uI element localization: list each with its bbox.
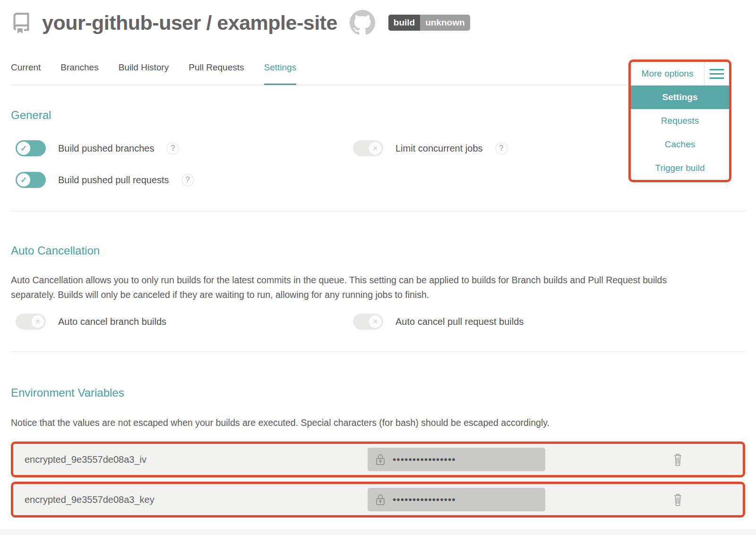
environment-variables-notice: Notice that the values are not escaped w… (11, 416, 745, 430)
help-icon[interactable]: ? (181, 174, 194, 187)
toggle-row-build-pushed-pull-requests: ✓ Build pushed pull requests ? (11, 172, 348, 188)
menu-item-settings[interactable]: Settings (631, 85, 729, 109)
help-icon[interactable]: ? (495, 142, 508, 155)
build-pushed-pull-requests-toggle[interactable]: ✓ (16, 172, 46, 188)
help-icon[interactable]: ? (166, 142, 179, 155)
env-var-row-key: encrypted_9e3557de08a3_key •••••••••••••… (11, 482, 745, 518)
env-var-row-iv: encrypted_9e3557de08a3_iv ••••••••••••••… (11, 442, 745, 477)
toggle-cross-icon: ✕ (369, 142, 382, 155)
environment-variables-section-title: Environment Variables (11, 386, 745, 400)
environment-variables-list: encrypted_9e3557de08a3_iv ••••••••••••••… (11, 442, 745, 518)
toggle-label: Auto cancel pull request builds (395, 316, 524, 327)
tab-build-history[interactable]: Build History (119, 59, 169, 85)
repo-settings-page: your-github-user / example-site build un… (0, 0, 756, 535)
limit-concurrent-jobs-toggle[interactable]: ✕ (353, 140, 383, 156)
build-pushed-branches-toggle[interactable]: ✓ (16, 140, 46, 156)
hamburger-icon[interactable] (704, 62, 729, 85)
tab-settings[interactable]: Settings (264, 59, 297, 85)
repo-book-icon (11, 11, 32, 35)
toggle-row-auto-cancel-pull-request-builds: ✕ Auto cancel pull request builds (348, 314, 745, 330)
toggle-cross-icon: ✕ (369, 315, 382, 328)
env-var-value-field: •••••••••••••••• (368, 488, 545, 511)
next-section-edge (0, 529, 756, 535)
auto-cancellation-section-title: Auto Cancellation (11, 244, 745, 258)
repo-tab-bar: Current Branches Build History Pull Requ… (11, 59, 627, 85)
auto-cancel-pull-request-builds-toggle[interactable]: ✕ (353, 314, 383, 330)
toggle-check-icon: ✓ (17, 173, 30, 187)
menu-item-requests[interactable]: Requests (631, 109, 729, 133)
lock-icon (374, 493, 387, 506)
toggle-cross-icon: ✕ (31, 315, 44, 328)
env-var-value-field: •••••••••••••••• (368, 448, 545, 471)
toggle-row-auto-cancel-branch-builds: ✕ Auto cancel branch builds (11, 314, 348, 330)
trash-icon[interactable] (671, 453, 684, 467)
build-status-badge: build unknown (388, 15, 470, 31)
toggle-label: Build pushed branches (58, 143, 154, 154)
auto-cancellation-description: Auto Cancellation allows you to only run… (11, 273, 702, 302)
more-options-header: More options (631, 62, 729, 85)
section-divider (11, 211, 745, 212)
tab-pull-requests[interactable]: Pull Requests (189, 59, 244, 85)
lock-icon (374, 453, 387, 466)
badge-label: build (388, 15, 420, 31)
tab-current[interactable]: Current (11, 59, 41, 85)
env-var-name: encrypted_9e3557de08a3_key (19, 494, 368, 505)
menu-item-trigger-build[interactable]: Trigger build (631, 156, 729, 180)
more-options-dropdown: More options Settings Requests Caches Tr… (628, 59, 731, 182)
github-octocat-icon (350, 10, 375, 35)
env-var-name: encrypted_9e3557de08a3_iv (19, 454, 368, 465)
section-divider (11, 351, 745, 352)
toggle-label: Build pushed pull requests (58, 175, 169, 186)
masked-value: •••••••••••••••• (393, 448, 456, 471)
badge-status: unknown (420, 15, 470, 31)
toggle-label: Auto cancel branch builds (58, 316, 166, 327)
toggle-row-build-pushed-branches: ✓ Build pushed branches ? (11, 140, 348, 156)
toggle-label: Limit concurrent jobs (395, 143, 483, 154)
auto-cancel-branch-builds-toggle[interactable]: ✕ (16, 314, 46, 330)
toggle-check-icon: ✓ (17, 142, 30, 155)
page-title: your-github-user / example-site (42, 11, 337, 34)
repo-header: your-github-user / example-site build un… (11, 0, 745, 36)
more-options-button[interactable]: More options (631, 62, 704, 85)
trash-icon[interactable] (671, 493, 684, 507)
auto-cancellation-toggles: ✕ Auto cancel branch builds ✕ Auto cance… (11, 314, 745, 330)
tab-branches[interactable]: Branches (60, 59, 98, 85)
masked-value: •••••••••••••••• (393, 488, 456, 511)
menu-item-caches[interactable]: Caches (631, 133, 729, 156)
